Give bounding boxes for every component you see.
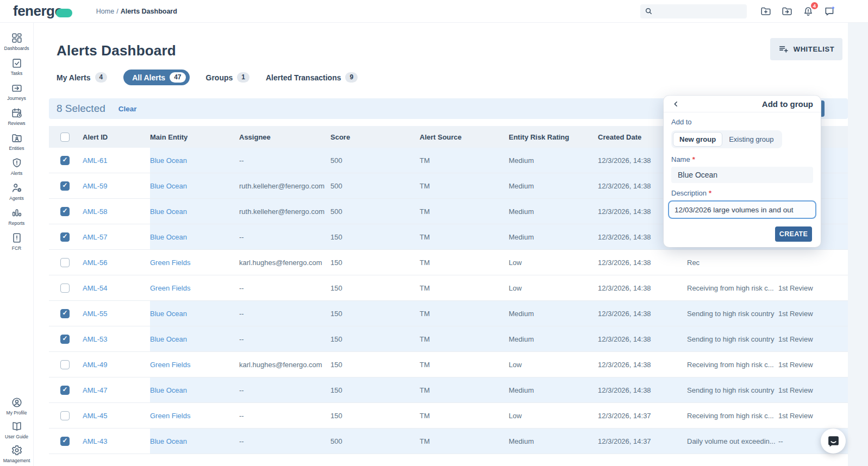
row-checkbox[interactable] xyxy=(60,207,70,216)
assignee-cell: ruth.kelleher@fenergo.com xyxy=(239,199,330,224)
row-checkbox[interactable] xyxy=(60,411,70,420)
sidebar-item-dashboards[interactable]: Dashboards xyxy=(0,29,34,54)
entity-risk-rating-cell: Medium xyxy=(509,199,598,224)
column-header-assignee[interactable]: Assignee xyxy=(239,126,330,148)
main-entity-link[interactable]: Green Fields xyxy=(150,352,239,377)
sidebar-item-my-profile[interactable]: My Profile xyxy=(0,394,34,418)
main-entity-link[interactable]: Blue Ocean xyxy=(150,377,239,402)
alert-id-link[interactable]: AML-47 xyxy=(83,377,150,402)
alert-id-link[interactable]: AML-54 xyxy=(83,275,150,300)
alert-id-link[interactable]: AML-61 xyxy=(83,148,150,173)
row-checkbox[interactable] xyxy=(60,232,70,242)
alert-id-link[interactable]: AML-43 xyxy=(83,429,150,454)
main-entity-link[interactable]: Green Fields xyxy=(150,403,239,428)
alert-id-link[interactable]: AML-58 xyxy=(83,199,150,224)
alert-source-cell: TM xyxy=(420,224,509,249)
alert-id-link[interactable]: AML-45 xyxy=(83,403,150,428)
breadcrumb-home-link[interactable]: Home xyxy=(96,8,114,15)
row-checkbox[interactable] xyxy=(60,258,70,267)
entity-risk-rating-cell: Low xyxy=(509,352,598,377)
whitelist-button[interactable]: WHITELIST xyxy=(770,38,842,60)
sidebar-item-entities[interactable]: Entities xyxy=(0,129,34,154)
row-checkbox[interactable] xyxy=(60,386,70,395)
sidebar-item-reviews[interactable]: Reviews xyxy=(0,104,34,129)
notification-bell-icon[interactable]: 4 xyxy=(801,4,815,18)
column-header-alert-source[interactable]: Alert Source xyxy=(420,126,509,148)
created-date-cell: 12/3/2026, 14:38 xyxy=(598,250,687,275)
main-entity-link[interactable]: Blue Ocean xyxy=(150,326,239,351)
row-checkbox[interactable] xyxy=(60,309,70,318)
sidebar-item-journeys[interactable]: Journeys xyxy=(0,79,34,104)
main-entity-link[interactable]: Blue Ocean xyxy=(150,173,239,198)
tab-alerted-transactions[interactable]: Alerted Transactions 9 xyxy=(266,70,358,85)
panel-title: Add to group xyxy=(679,99,813,109)
feedback-chat-sparkle-icon[interactable] xyxy=(822,4,836,18)
main-entity-link[interactable]: Green Fields xyxy=(150,250,239,275)
group-name-input[interactable] xyxy=(671,167,813,183)
folder-move-icon[interactable] xyxy=(780,4,794,18)
entity-risk-rating-cell: Medium xyxy=(509,148,598,173)
column-header-alert-id[interactable]: Alert ID xyxy=(83,126,150,148)
column-header-score[interactable]: Score xyxy=(330,126,420,148)
sidebar-item-reports[interactable]: Reports xyxy=(0,204,34,229)
breadcrumb-current: Alerts Dashboard xyxy=(121,8,177,15)
existing-group-toggle-button[interactable]: Existing group xyxy=(722,132,780,147)
row-checkbox[interactable] xyxy=(60,284,70,293)
tab-my-alerts[interactable]: My Alerts 4 xyxy=(57,70,107,85)
add-to-label: Add to xyxy=(671,118,813,126)
business-reason-cell: Receiving from high risk c... xyxy=(687,275,778,300)
main-entity-link[interactable]: Blue Ocean xyxy=(150,224,239,249)
clear-selection-link[interactable]: Clear xyxy=(118,105,137,113)
top-header: fenergo Home / Alerts Dashboard 4 xyxy=(0,0,868,23)
alert-id-link[interactable]: AML-56 xyxy=(83,250,150,275)
search-input[interactable] xyxy=(656,8,742,15)
select-all-checkbox[interactable] xyxy=(60,133,70,142)
sidebar-item-alerts[interactable]: Alerts xyxy=(0,154,34,179)
table-row: AML-56 Green Fields karl.hughes@fenergo.… xyxy=(49,250,848,275)
sidebar-item-tasks[interactable]: Tasks xyxy=(0,54,34,79)
sidebar-item-management[interactable]: Management xyxy=(0,442,34,466)
sidebar-item-user-guide[interactable]: User Guide xyxy=(0,418,34,442)
tab-groups[interactable]: Groups 1 xyxy=(206,70,249,85)
required-marker: * xyxy=(709,189,711,197)
main-entity-link[interactable]: Blue Ocean xyxy=(150,429,239,454)
folder-add-icon[interactable] xyxy=(759,4,773,18)
column-header-entity-risk-rating[interactable]: Entity Risk Rating xyxy=(509,126,598,148)
scrollbar-track[interactable] xyxy=(848,23,868,466)
main-entity-link[interactable]: Blue Ocean xyxy=(150,199,239,224)
assignee-cell: -- xyxy=(239,403,330,428)
description-label: Description* xyxy=(671,189,813,197)
table-row: AML-45 Green Fields -- 150 TM Low 12/3/2… xyxy=(49,403,848,429)
entity-risk-rating-cell: Medium xyxy=(509,173,598,198)
score-cell: 150 xyxy=(330,275,420,300)
new-group-toggle-button[interactable]: New group xyxy=(673,132,722,147)
tab-all-alerts[interactable]: All Alerts 47 xyxy=(123,70,189,85)
main-entity-link[interactable]: Blue Ocean xyxy=(150,148,239,173)
panel-back-button[interactable] xyxy=(672,100,679,108)
create-button[interactable]: CREATE xyxy=(775,226,812,242)
name-label: Name* xyxy=(671,155,813,163)
sidebar-item-fcr[interactable]: FCR xyxy=(0,229,34,254)
row-checkbox[interactable] xyxy=(60,360,70,369)
sidebar-top-group: DashboardsTasksJourneysReviewsEntitiesAl… xyxy=(0,29,34,254)
main-entity-link[interactable]: Green Fields xyxy=(150,275,239,300)
sidebar-item-label: Entities xyxy=(0,146,34,151)
row-checkbox[interactable] xyxy=(60,156,70,165)
alert-source-cell: TM xyxy=(420,326,509,351)
row-checkbox[interactable] xyxy=(60,181,70,191)
column-header-main-entity[interactable]: Main Entity xyxy=(150,126,239,148)
main-entity-link[interactable]: Blue Ocean xyxy=(150,301,239,326)
alert-id-link[interactable]: AML-55 xyxy=(83,301,150,326)
business-reason-cell: Rec xyxy=(687,250,778,275)
business-reason-cell: Receiving from high risk c... xyxy=(687,403,778,428)
alert-id-link[interactable]: AML-59 xyxy=(83,173,150,198)
review-stage-cell: 1st Review xyxy=(778,352,848,377)
alert-id-link[interactable]: AML-57 xyxy=(83,224,150,249)
sidebar-item-agents[interactable]: Agents xyxy=(0,179,34,204)
chat-launcher-button[interactable] xyxy=(821,429,846,454)
alert-id-link[interactable]: AML-49 xyxy=(83,352,150,377)
group-description-input[interactable] xyxy=(668,200,816,219)
alert-id-link[interactable]: AML-53 xyxy=(83,326,150,351)
row-checkbox[interactable] xyxy=(60,437,70,446)
row-checkbox[interactable] xyxy=(60,335,70,344)
